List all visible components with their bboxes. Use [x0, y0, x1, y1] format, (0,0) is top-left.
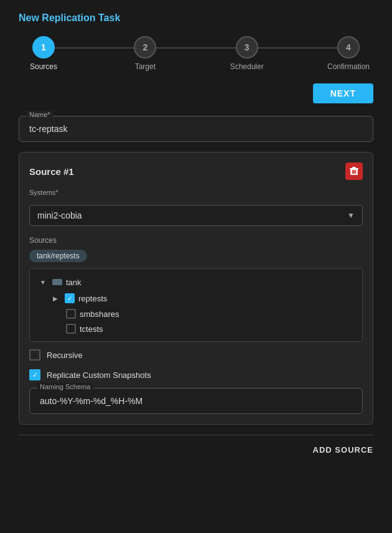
- systems-dropdown[interactable]: mini2-cobia ▼: [29, 205, 363, 226]
- step-sources[interactable]: 1 Sources: [19, 36, 68, 71]
- checkbox-smbshares[interactable]: [66, 309, 76, 319]
- page-title: New Replication Task: [19, 12, 373, 24]
- naming-schema-value[interactable]: auto-%Y-%m-%d_%H-%M: [40, 396, 352, 406]
- svg-rect-1: [352, 167, 356, 168]
- tree-item-tank[interactable]: ▼ tank: [32, 274, 360, 290]
- replicate-snapshots-row: Replicate Custom Snapshots: [29, 369, 363, 380]
- source-tag[interactable]: tank/reptests: [29, 250, 87, 262]
- recursive-checkbox[interactable]: [29, 349, 40, 361]
- tree-name-reptests: reptests: [78, 294, 107, 303]
- step-circle-4: 4: [337, 36, 360, 59]
- delete-source-button[interactable]: [345, 163, 363, 180]
- tree-name-smbshares: smbshares: [80, 309, 119, 319]
- step-circle-3: 3: [236, 36, 258, 59]
- trash-icon: [350, 166, 358, 176]
- svg-rect-4: [353, 170, 355, 174]
- step-label-3: Scheduler: [230, 62, 264, 71]
- step-label-4: Confirmation: [327, 62, 370, 71]
- step-label-1: Sources: [30, 62, 57, 71]
- tree-name-tank: tank: [66, 278, 82, 287]
- tree-name-tctests: tctests: [80, 324, 103, 334]
- tree-item-tctests[interactable]: tctests: [32, 321, 360, 336]
- tree-toggle-tank[interactable]: ▼: [37, 276, 49, 288]
- dropdown-arrow-icon: ▼: [347, 211, 355, 220]
- tree-item-reptests[interactable]: ▶ reptests: [32, 290, 360, 306]
- naming-schema-group: Naming Schema auto-%Y-%m-%d_%H-%M: [29, 388, 363, 414]
- checkbox-tctests[interactable]: [66, 324, 76, 334]
- source-card-1: Source #1 Systems* mini2-cobia ▼: [19, 152, 373, 425]
- toolbar-row: NEXT: [19, 83, 373, 103]
- source-header: Source #1: [29, 163, 363, 180]
- add-source-button[interactable]: ADD SOURCE: [313, 445, 373, 455]
- name-field-group: Name* tc-reptask: [19, 116, 373, 142]
- step-circle-2: 2: [134, 36, 156, 59]
- sources-section-label: Sources: [29, 236, 363, 245]
- tree-item-smbshares[interactable]: smbshares: [32, 306, 360, 321]
- recursive-row: Recursive: [29, 349, 363, 361]
- name-value[interactable]: tc-reptask: [29, 124, 363, 134]
- step-label-2: Target: [135, 62, 156, 71]
- recursive-label: Recursive: [47, 351, 83, 360]
- source-title: Source #1: [29, 166, 74, 177]
- sources-tree: ▼ tank ▶ reptests smbshares: [29, 268, 363, 342]
- replicate-snapshots-checkbox[interactable]: [29, 369, 40, 380]
- step-circle-1: 1: [32, 36, 55, 59]
- stepper-line: [44, 47, 348, 49]
- step-scheduler[interactable]: 3 Scheduler: [222, 36, 272, 71]
- naming-schema-label: Naming Schema: [37, 383, 93, 390]
- tree-toggle-reptests[interactable]: ▶: [50, 293, 61, 304]
- step-confirmation[interactable]: 4 Confirmation: [324, 36, 373, 71]
- systems-wrapper: Systems* mini2-cobia ▼: [29, 189, 363, 226]
- svg-rect-3: [352, 170, 353, 174]
- next-button[interactable]: NEXT: [313, 83, 373, 103]
- sources-section: Sources tank/reptests ▼ tank ▶ reptests: [29, 236, 363, 342]
- svg-rect-2: [350, 168, 358, 169]
- systems-label: Systems*: [29, 189, 363, 196]
- add-source-row: ADD SOURCE: [19, 435, 373, 457]
- replicate-snapshots-label: Replicate Custom Snapshots: [47, 370, 151, 380]
- systems-value: mini2-cobia: [37, 210, 82, 220]
- svg-rect-5: [355, 170, 357, 174]
- checkbox-reptests[interactable]: [65, 293, 75, 303]
- step-target[interactable]: 2 Target: [120, 36, 170, 71]
- stepper: 1 Sources 2 Target 3 Scheduler 4 Confirm…: [19, 36, 373, 71]
- name-label: Name*: [27, 111, 53, 118]
- database-icon: [52, 279, 62, 285]
